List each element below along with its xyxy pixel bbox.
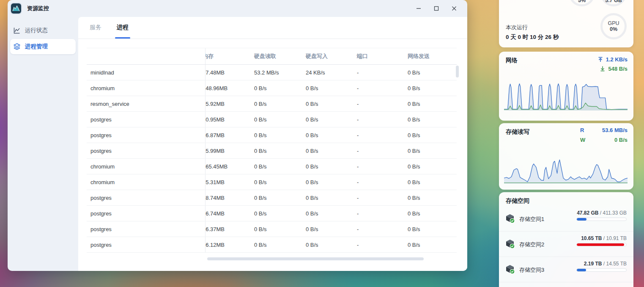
table-row[interactable]: resmon_service35.92MB0 B/s0 B/s-0 B/s: [87, 96, 457, 112]
table-row[interactable]: postgres16.74MB0 B/s0 B/s-0 B/s: [87, 206, 457, 221]
tab-services[interactable]: 服务: [89, 17, 102, 39]
table-cell: 0 B/s: [408, 163, 420, 170]
table-cell: -: [357, 163, 408, 170]
table-cell: -: [357, 148, 408, 154]
uptime-label: 本次运行: [506, 24, 528, 31]
table-cell: 0 B/s: [306, 210, 357, 217]
volume-progress-fill: [577, 269, 586, 271]
table-row[interactable]: chromium55.31MB0 B/s0 B/s-0 B/s: [87, 174, 457, 190]
table-cell: 0 B/s: [254, 179, 306, 185]
network-card: 网络 1.2 KB/s 548 B/s: [499, 52, 633, 121]
horizontal-scrollbar[interactable]: [207, 257, 424, 260]
sidebar: 运行状态 进程管理: [8, 17, 78, 271]
disk-write-rate: 0 B/s: [614, 137, 628, 143]
sidebar-item-running-status[interactable]: 运行状态: [10, 23, 76, 38]
table-cell: -: [357, 132, 408, 138]
table-cell: 0 B/s: [254, 226, 306, 232]
content-area: 服务 进程 内存硬盘读取硬盘写入端口网络发送 minidlnad97.48MB5…: [78, 17, 467, 271]
table-cell: 0 B/s: [408, 132, 420, 138]
table-cell: 0 B/s: [408, 179, 420, 185]
disk-card-title: 存储读写: [506, 128, 529, 136]
download-rate: 548 B/s: [608, 66, 628, 72]
table-cell: 15.99MB: [205, 148, 254, 154]
status-card: 5% 5.7 GB GPU 0% 本次运行 0 天 0 时 10 分 26 秒: [499, 0, 633, 47]
table-row[interactable]: postgres16.12MB0 B/s0 B/s-0 B/s: [87, 237, 457, 253]
process-name-cell: postgres: [87, 242, 205, 248]
table-row[interactable]: postgres15.99MB0 B/s0 B/s-0 B/s: [87, 143, 457, 159]
table-row[interactable]: chromium148.96MB0 B/s0 B/s-0 B/s: [87, 80, 457, 96]
table-cell: 165.45MB: [205, 163, 254, 170]
table-cell: 18.74MB: [205, 195, 254, 201]
volume-usage: 47.82 GB / 411.33 GB: [576, 210, 627, 216]
column-header[interactable]: 硬盘读取: [254, 52, 306, 60]
app-icon: [11, 3, 21, 14]
table-cell: 0 B/s: [254, 195, 306, 201]
volume-row[interactable]: 存储空间32.19 TB / 14.55 TB: [499, 257, 633, 282]
table-row[interactable]: minidlnad97.48MB53.2 MB/s24 KB/s-0 B/s: [87, 65, 457, 80]
upload-icon: [598, 57, 603, 62]
column-header[interactable]: 网络发送: [408, 52, 430, 60]
network-chart: [504, 82, 628, 111]
vertical-scrollbar[interactable]: [456, 66, 459, 77]
process-table-body: minidlnad97.48MB53.2 MB/s24 KB/s-0 B/sch…: [87, 65, 457, 253]
volume-usage: 10.65 TB / 10.91 TB: [576, 235, 627, 241]
table-cell: 0 B/s: [306, 101, 357, 107]
table-cell: 30.95MB: [205, 116, 254, 123]
volume-name: 存储空间1: [519, 215, 544, 223]
table-cell: -: [357, 242, 408, 248]
volume-cube-icon: [506, 265, 515, 274]
table-cell: 55.31MB: [205, 179, 254, 185]
maximize-icon: [434, 6, 439, 11]
column-header[interactable]: 端口: [357, 52, 408, 60]
minimize-button[interactable]: [410, 0, 428, 17]
table-cell: 24 KB/s: [306, 69, 357, 76]
table-row[interactable]: postgres18.74MB0 B/s0 B/s-0 B/s: [87, 190, 457, 206]
table-cell: 0 B/s: [254, 242, 306, 248]
window-title: 资源监控: [27, 5, 49, 12]
process-name-cell: postgres: [87, 148, 205, 154]
volume-row[interactable]: 存储空间147.82 GB / 411.33 GB: [499, 206, 633, 232]
gpu-gauge: GPU 0%: [600, 13, 627, 39]
maximize-button[interactable]: [428, 0, 445, 17]
volume-progress-track: [576, 218, 627, 221]
table-row[interactable]: postgres16.37MB0 B/s0 B/s-0 B/s: [87, 221, 457, 237]
table-cell: 0 B/s: [306, 226, 357, 232]
table-cell: 16.37MB: [205, 226, 254, 232]
volume-icon: [506, 214, 515, 225]
table-cell: 0 B/s: [408, 242, 420, 248]
tab-processes[interactable]: 进程: [116, 17, 129, 39]
minimize-icon: [416, 6, 421, 11]
table-row[interactable]: postgres16.87MB0 B/s0 B/s-0 B/s: [87, 127, 457, 143]
volume-progress-fill: [577, 243, 624, 246]
table-cell: 0 B/s: [408, 226, 420, 232]
sidebar-item-process-management[interactable]: 进程管理: [10, 39, 76, 54]
table-row[interactable]: chromium165.45MB0 B/s0 B/s-0 B/s: [87, 159, 457, 174]
close-icon: [452, 6, 457, 11]
layers-icon: [14, 43, 20, 50]
process-table: 内存硬盘读取硬盘写入端口网络发送 minidlnad97.48MB53.2 MB…: [87, 48, 457, 253]
column-header[interactable]: 内存: [205, 52, 254, 60]
sidebar-item-label: 运行状态: [25, 27, 48, 34]
column-header[interactable]: 硬盘写入: [306, 52, 357, 60]
close-button[interactable]: [445, 0, 463, 17]
process-name-cell: postgres: [87, 132, 205, 138]
table-cell: 16.87MB: [205, 132, 254, 138]
table-cell: 0 B/s: [254, 210, 306, 217]
table-cell: -: [357, 85, 408, 91]
table-cell: 0 B/s: [254, 148, 306, 154]
gpu-gauge-value: 0%: [610, 26, 617, 32]
volume-cube-icon: [506, 239, 515, 249]
table-cell: 16.74MB: [205, 210, 254, 217]
table-cell: 0 B/s: [254, 163, 306, 170]
volume-cube-icon: [506, 214, 515, 224]
table-cell: 16.12MB: [205, 242, 254, 248]
table-cell: -: [357, 226, 408, 232]
table-row[interactable]: postgres30.95MB0 B/s0 B/s-0 B/s: [87, 112, 457, 127]
sidebar-item-label: 进程管理: [25, 43, 48, 50]
table-cell: 0 B/s: [306, 85, 357, 91]
volume-row[interactable]: 存储空间210.65 TB / 10.91 TB: [499, 232, 633, 257]
disk-chart: [504, 149, 628, 184]
volume-name: 存储空间2: [519, 241, 544, 248]
table-cell: 0 B/s: [408, 148, 420, 154]
table-cell: 148.96MB: [205, 85, 254, 91]
